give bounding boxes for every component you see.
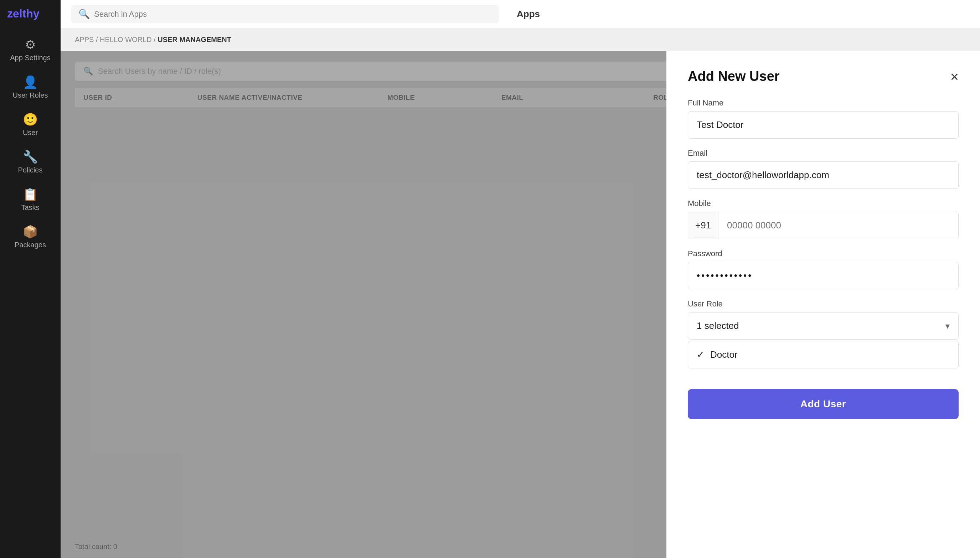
modal-title: Add New User [688,69,780,84]
mobile-prefix: +91 [688,212,719,239]
user-role-group: User Role 1 selected ▾ ✓ Doctor [688,299,959,368]
password-group: Password [688,249,959,289]
full-name-group: Full Name [688,98,959,139]
app-logo: zelthy [0,7,39,20]
mobile-group: Mobile +91 [688,199,959,239]
sidebar-label-app-settings: App Settings [10,54,50,62]
sidebar-label-packages: Packages [15,241,46,249]
role-options-list: ✓ Doctor [688,341,959,368]
policies-icon: 🔧 [23,149,38,164]
sidebar-label-tasks: Tasks [21,204,39,212]
content-area: 🔍 Search Users by name / ID / role(s) US… [61,51,980,558]
full-name-input[interactable] [688,111,959,139]
user-role-label: User Role [688,299,959,309]
chevron-down-icon: ▾ [946,321,950,331]
mobile-label: Mobile [688,199,959,208]
search-bar[interactable]: 🔍 [71,5,499,23]
sidebar-item-policies[interactable]: 🔧 Policies [0,143,61,181]
topbar-apps-label: Apps [517,8,540,20]
full-name-label: Full Name [688,98,959,108]
add-user-modal: Add New User × Full Name Email Mobile +9… [666,51,980,558]
topbar: 🔍 Apps [61,0,980,28]
password-input[interactable] [688,262,959,289]
selected-role-label: 1 selected [697,320,739,332]
tasks-icon: 📋 [23,187,38,201]
email-input[interactable] [688,161,959,189]
sidebar-item-app-settings[interactable]: ⚙ App Settings [0,31,61,69]
add-user-button[interactable]: Add User [688,389,959,419]
close-button[interactable]: × [950,69,959,84]
check-icon: ✓ [697,349,704,360]
email-label: Email [688,149,959,158]
packages-icon: 📦 [23,225,38,239]
email-group: Email [688,149,959,189]
sidebar: zelthy ⚙ App Settings 👤 User Roles 🙂 Use… [0,0,61,558]
sidebar-item-tasks[interactable]: 📋 Tasks [0,181,61,218]
search-icon: 🔍 [79,8,90,20]
sidebar-item-user[interactable]: 🙂 User [0,106,61,143]
mobile-input[interactable] [719,212,958,239]
sidebar-item-user-roles[interactable]: 👤 User Roles [0,69,61,106]
role-option-label-doctor: Doctor [710,349,738,360]
breadcrumb: APPS / HELLO WORLD / USER MANAGEMENT [61,28,980,51]
sidebar-label-policies: Policies [18,166,43,174]
breadcrumb-user-management: USER MANAGEMENT [158,36,231,43]
mobile-field-group: +91 [688,212,959,239]
role-option-doctor[interactable]: ✓ Doctor [688,341,958,368]
password-label: Password [688,249,959,258]
main-content: 🔍 Apps APPS / HELLO WORLD / USER MANAGEM… [61,0,980,558]
sidebar-label-user-roles: User Roles [13,91,48,99]
sidebar-item-packages[interactable]: 📦 Packages [0,218,61,256]
user-icon: 🙂 [23,112,38,126]
app-settings-icon: ⚙ [25,38,36,52]
modal-header: Add New User × [688,69,959,84]
breadcrumb-hello-world[interactable]: HELLO WORLD [100,36,152,43]
user-role-dropdown[interactable]: 1 selected ▾ [688,312,959,340]
user-roles-icon: 👤 [23,75,38,89]
sidebar-label-user: User [23,129,38,137]
breadcrumb-apps[interactable]: APPS [75,36,94,43]
search-input[interactable] [94,10,492,19]
